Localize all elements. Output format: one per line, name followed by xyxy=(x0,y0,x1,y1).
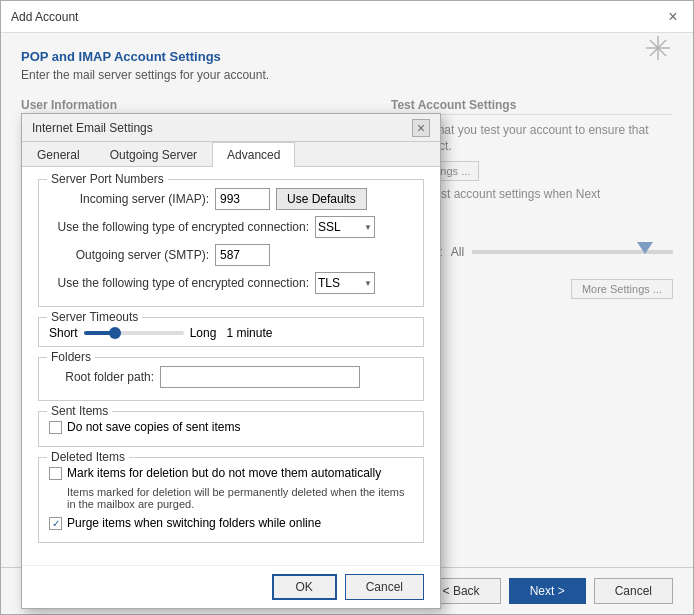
next-button[interactable]: Next > xyxy=(509,578,586,604)
server-port-section: Server Port Numbers Incoming server (IMA… xyxy=(38,179,424,307)
sent-checkbox[interactable] xyxy=(49,421,62,434)
root-folder-label: Root folder path: xyxy=(49,370,154,384)
offline-thumb xyxy=(637,242,653,254)
modal-dialog: Internet Email Settings × General Outgoi… xyxy=(21,113,441,609)
sent-items-title: Sent Items xyxy=(47,404,112,418)
root-folder-row: Root folder path: xyxy=(49,366,413,388)
deleted-items-section: Deleted Items Mark items for deletion bu… xyxy=(38,457,424,543)
modal-body: Server Port Numbers Incoming server (IMA… xyxy=(22,167,440,565)
deleted-checkbox2-row: Purge items when switching folders while… xyxy=(49,516,413,530)
window-title: Add Account xyxy=(11,10,78,24)
tab-advanced[interactable]: Advanced xyxy=(212,142,295,167)
incoming-ssl-label: Use the following type of encrypted conn… xyxy=(49,220,309,234)
main-window: Add Account × POP and IMAP Account Setti… xyxy=(0,0,694,615)
modal-close-button[interactable]: × xyxy=(412,119,430,137)
timeout-slider-thumb xyxy=(109,327,121,339)
modal-ok-button[interactable]: OK xyxy=(272,574,337,600)
server-port-title: Server Port Numbers xyxy=(47,172,168,186)
modal-cancel-button[interactable]: Cancel xyxy=(345,574,424,600)
outgoing-tls-select-wrapper: SSL TLS None xyxy=(315,272,375,294)
sent-items-section: Sent Items Do not save copies of sent it… xyxy=(38,411,424,447)
timeout-slider-track[interactable] xyxy=(84,331,184,335)
timeout-value: 1 minute xyxy=(226,326,272,340)
sent-checkbox-label: Do not save copies of sent items xyxy=(67,420,240,434)
outgoing-tls-label: Use the following type of encrypted conn… xyxy=(49,276,309,290)
deleted-items-title: Deleted Items xyxy=(47,450,129,464)
tabs-container: General Outgoing Server Advanced xyxy=(22,142,440,167)
outgoing-tls-select[interactable]: SSL TLS None xyxy=(315,272,375,294)
outgoing-server-label: Outgoing server (SMTP): xyxy=(49,248,209,262)
modal-title-bar: Internet Email Settings × xyxy=(22,114,440,142)
page-subtitle: Enter the mail server settings for your … xyxy=(21,68,673,82)
deleted-checkbox1[interactable] xyxy=(49,467,62,480)
incoming-ssl-row: Use the following type of encrypted conn… xyxy=(49,216,413,238)
modal-footer: OK Cancel xyxy=(22,565,440,608)
incoming-ssl-select[interactable]: SSL TLS None xyxy=(315,216,375,238)
tab-outgoing-server[interactable]: Outgoing Server xyxy=(95,142,212,167)
timeout-short-label: Short xyxy=(49,326,78,340)
server-timeouts-title: Server Timeouts xyxy=(47,310,142,324)
page-title: POP and IMAP Account Settings xyxy=(21,49,673,64)
cancel-button[interactable]: Cancel xyxy=(594,578,673,604)
incoming-ssl-select-wrapper: SSL TLS None xyxy=(315,216,375,238)
outgoing-server-input[interactable] xyxy=(215,244,270,266)
main-content-area: POP and IMAP Account Settings Enter the … xyxy=(1,33,693,567)
incoming-server-row: Incoming server (IMAP): Use Defaults xyxy=(49,188,413,210)
timeout-slider-row: Short Long 1 minute xyxy=(49,326,413,340)
deleted-checkbox1-label: Mark items for deletion but do not move … xyxy=(67,466,381,480)
deleted-checkbox1-row: Mark items for deletion but do not move … xyxy=(49,466,413,480)
sent-checkbox-row: Do not save copies of sent items xyxy=(49,420,413,434)
cursor-icon xyxy=(643,33,673,63)
deleted-info-text: Items marked for deletion will be perman… xyxy=(67,486,413,510)
title-bar: Add Account × xyxy=(1,1,693,33)
server-timeouts-section: Server Timeouts Short Long 1 minute xyxy=(38,317,424,347)
deleted-checkbox2-label: Purge items when switching folders while… xyxy=(67,516,321,530)
outgoing-tls-row: Use the following type of encrypted conn… xyxy=(49,272,413,294)
deleted-checkbox2[interactable] xyxy=(49,517,62,530)
more-settings-button[interactable]: More Settings ... xyxy=(571,279,673,299)
offline-slider[interactable] xyxy=(472,250,673,254)
root-folder-input[interactable] xyxy=(160,366,360,388)
folders-section: Folders Root folder path: xyxy=(38,357,424,401)
folders-title: Folders xyxy=(47,350,95,364)
tab-general[interactable]: General xyxy=(22,142,95,167)
incoming-server-label: Incoming server (IMAP): xyxy=(49,192,209,206)
outgoing-server-row: Outgoing server (SMTP): xyxy=(49,244,413,266)
incoming-server-input[interactable] xyxy=(215,188,270,210)
offline-value: All xyxy=(451,245,464,259)
window-close-icon[interactable]: × xyxy=(663,7,683,27)
modal-title: Internet Email Settings xyxy=(32,121,153,135)
use-defaults-button[interactable]: Use Defaults xyxy=(276,188,367,210)
timeout-long-label: Long xyxy=(190,326,217,340)
